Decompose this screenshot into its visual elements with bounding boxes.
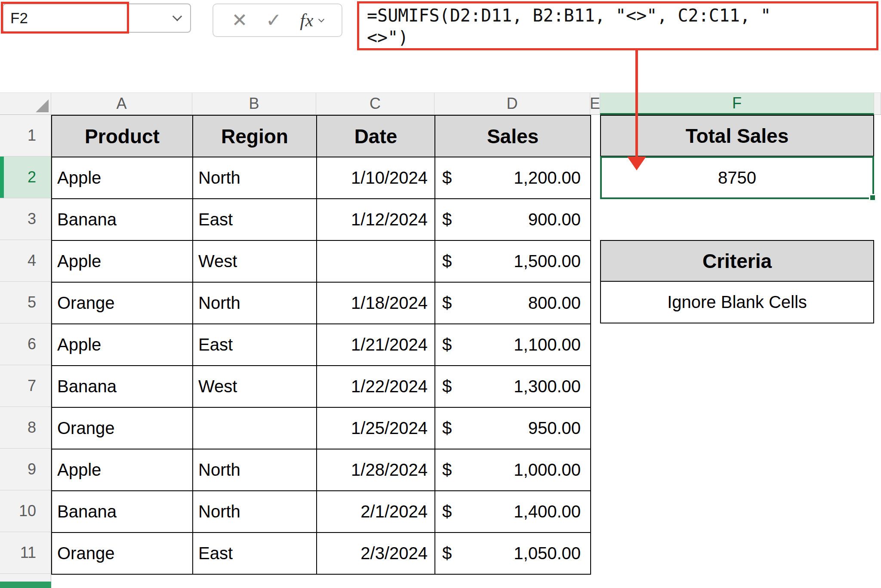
currency-symbol: $ <box>442 168 452 188</box>
cell-A2[interactable]: Apple <box>52 157 193 199</box>
sales-amount: 1,500.00 <box>514 252 581 271</box>
cell-D4[interactable]: $ 1,500.00 <box>435 241 591 283</box>
formula-bar[interactable]: =SUMIFS(D2:D11, B2:B11, "<>", C2:C11, " … <box>357 1 878 50</box>
cell-C8[interactable]: 1/25/2024 <box>317 408 435 449</box>
cell-A9[interactable]: Apple <box>52 449 193 491</box>
currency-symbol: $ <box>442 502 452 521</box>
fx-icon: fx <box>300 11 314 29</box>
name-box-dropdown[interactable] <box>174 16 181 20</box>
cell-C11[interactable]: 2/3/2024 <box>317 533 435 575</box>
name-box-value: F2 <box>10 9 28 27</box>
cell-A4[interactable]: Apple <box>52 241 193 283</box>
row-header-7[interactable]: 7 <box>0 365 51 407</box>
cell-D7[interactable]: $ 1,300.00 <box>435 366 591 408</box>
row-header-6[interactable]: 6 <box>0 323 51 365</box>
formula-bar-buttons: ✕ ✓ fx <box>213 3 342 37</box>
column-header-E[interactable]: E <box>590 93 600 115</box>
select-all-corner[interactable] <box>0 93 51 115</box>
sales-amount: 1,400.00 <box>514 502 581 521</box>
cell-D5[interactable]: $ 800.00 <box>435 283 591 324</box>
sales-amount: 800.00 <box>528 293 581 313</box>
row-selection-accent <box>0 157 4 198</box>
fill-handle[interactable] <box>869 194 876 201</box>
cell-A1[interactable]: Product <box>52 116 193 157</box>
cell-C4[interactable] <box>317 241 435 283</box>
sales-amount: 1,200.00 <box>514 168 581 188</box>
row-header-8[interactable]: 8 <box>0 407 51 449</box>
cell-C5[interactable]: 1/18/2024 <box>317 283 435 324</box>
currency-symbol: $ <box>442 419 452 438</box>
row-header-column: 1 2 3 4 5 6 7 8 9 10 11 <box>0 115 51 588</box>
sales-amount: 1,100.00 <box>514 335 581 354</box>
insert-function-button[interactable]: fx <box>300 11 323 29</box>
cell-A5[interactable]: Orange <box>52 283 193 324</box>
column-header-F[interactable]: F <box>600 93 874 115</box>
chevron-down-icon <box>173 12 182 22</box>
cell-B4[interactable]: West <box>193 241 317 283</box>
row-header-2[interactable]: 2 <box>0 157 51 198</box>
cell-B11[interactable]: East <box>193 533 317 575</box>
cell-D2[interactable]: $ 1,200.00 <box>435 157 591 199</box>
cell-A3[interactable]: Banana <box>52 199 193 241</box>
cell-C9[interactable]: 1/28/2024 <box>317 449 435 491</box>
cell-B10[interactable]: North <box>193 491 317 533</box>
cell-C6[interactable]: 1/21/2024 <box>317 324 435 366</box>
cell-D6[interactable]: $ 1,100.00 <box>435 324 591 366</box>
cell-A6[interactable]: Apple <box>52 324 193 366</box>
row-header-11[interactable]: 11 <box>0 532 51 574</box>
enter-icon[interactable]: ✓ <box>266 11 282 30</box>
chevron-down-icon <box>318 16 324 22</box>
cell-A10[interactable]: Banana <box>52 491 193 533</box>
formula-text: =SUMIFS(D2:D11, B2:B11, "<>", C2:C11, " … <box>367 5 876 49</box>
cell-F1-total-sales-header[interactable]: Total Sales <box>600 115 874 157</box>
column-header-D[interactable]: D <box>434 93 590 115</box>
column-header-C[interactable]: C <box>316 93 434 115</box>
cell-A11[interactable]: Orange <box>52 533 193 575</box>
cell-B1[interactable]: Region <box>193 116 317 157</box>
cell-C7[interactable]: 1/22/2024 <box>317 366 435 408</box>
total-sales-value: 8750 <box>718 168 756 188</box>
row-header-9[interactable]: 9 <box>0 449 51 490</box>
cell-B7[interactable]: West <box>193 366 317 408</box>
column-header-partial[interactable] <box>874 93 881 115</box>
row-header-1[interactable]: 1 <box>0 115 51 157</box>
cell-C3[interactable]: 1/12/2024 <box>317 199 435 241</box>
column-header-B[interactable]: B <box>192 93 316 115</box>
cell-A8[interactable]: Orange <box>52 408 193 449</box>
cell-C1[interactable]: Date <box>317 116 435 157</box>
cell-B3[interactable]: East <box>193 199 317 241</box>
row-header-10[interactable]: 10 <box>0 490 51 532</box>
cell-B9[interactable]: North <box>193 449 317 491</box>
row-header-4[interactable]: 4 <box>0 240 51 282</box>
row-header-5[interactable]: 5 <box>0 282 51 323</box>
sales-amount: 900.00 <box>528 210 581 229</box>
currency-symbol: $ <box>442 252 452 271</box>
cell-D3[interactable]: $ 900.00 <box>435 199 591 241</box>
cell-F4-criteria-header[interactable]: Criteria <box>600 240 874 282</box>
cell-D8[interactable]: $ 950.00 <box>435 408 591 449</box>
cell-F5-criteria-value[interactable]: Ignore Blank Cells <box>600 282 874 323</box>
column-header-row: A B C D E F <box>0 92 881 115</box>
cancel-icon[interactable]: ✕ <box>231 11 247 30</box>
cell-D9[interactable]: $ 1,000.00 <box>435 449 591 491</box>
cell-B6[interactable]: East <box>193 324 317 366</box>
cell-B2[interactable]: North <box>193 157 317 199</box>
cell-C2[interactable]: 1/10/2024 <box>317 157 435 199</box>
cell-D1[interactable]: Sales <box>435 116 591 157</box>
row-header-3[interactable]: 3 <box>0 198 51 240</box>
cell-A7[interactable]: Banana <box>52 366 193 408</box>
annotation-arrow-line <box>635 50 638 158</box>
currency-symbol: $ <box>442 460 452 480</box>
column-header-A[interactable]: A <box>51 93 192 115</box>
sales-amount: 1,000.00 <box>514 460 581 480</box>
sales-amount: 950.00 <box>528 419 581 438</box>
cell-D11[interactable]: $ 1,050.00 <box>435 533 591 575</box>
cell-C10[interactable]: 2/1/2024 <box>317 491 435 533</box>
name-box[interactable]: F2 <box>3 3 191 33</box>
cell-D10[interactable]: $ 1,400.00 <box>435 491 591 533</box>
currency-symbol: $ <box>442 377 452 396</box>
cell-B8[interactable] <box>193 408 317 449</box>
sales-amount: 1,050.00 <box>514 544 581 563</box>
cell-B5[interactable]: North <box>193 283 317 324</box>
currency-symbol: $ <box>442 210 452 229</box>
